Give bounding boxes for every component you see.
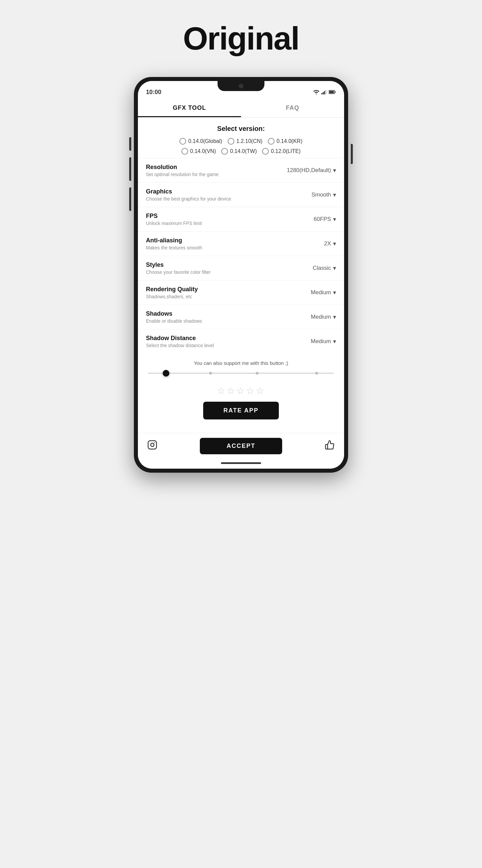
phone-frame: 10:00 bbox=[134, 77, 348, 473]
setting-value-shadows[interactable]: Medium ▾ bbox=[311, 313, 336, 321]
volume-up-button bbox=[129, 157, 131, 181]
setting-row-rendering-quality: Rendering Quality Shadows,shaders, etc M… bbox=[138, 280, 344, 305]
setting-left-rendering-quality: Rendering Quality Shadows,shaders, etc bbox=[146, 286, 311, 299]
setting-left-graphics: Graphics Choose the best graphics for yo… bbox=[146, 188, 311, 202]
version-label-lite: 0.12.0(LITE) bbox=[271, 148, 300, 154]
rendering-quality-value: Medium bbox=[311, 289, 331, 296]
version-option-tw[interactable]: 0.14.0(TW) bbox=[221, 148, 257, 155]
tab-gfx-tool[interactable]: GFX TOOL bbox=[138, 98, 241, 117]
version-option-global[interactable]: 0.14.0(Global) bbox=[180, 138, 222, 145]
chevron-down-icon: ▾ bbox=[333, 338, 336, 345]
shadows-value: Medium bbox=[311, 314, 331, 320]
svg-rect-1 bbox=[323, 92, 324, 94]
setting-left-fps: FPS Unlock maximum FPS limit bbox=[146, 213, 314, 226]
setting-value-graphics[interactable]: Smooth ▾ bbox=[311, 191, 336, 198]
mute-button bbox=[129, 137, 131, 151]
version-option-cn[interactable]: 1.2.10(CN) bbox=[228, 138, 262, 145]
version-label-tw: 0.14.0(TW) bbox=[230, 148, 257, 154]
setting-desc-rendering-quality: Shadows,shaders, etc bbox=[146, 294, 311, 299]
setting-desc-fps: Unlock maximum FPS limit bbox=[146, 221, 314, 226]
radio-tw[interactable] bbox=[221, 148, 228, 155]
setting-row-shadow-distance: Shadow Distance Select the shadow distan… bbox=[138, 329, 344, 353]
setting-desc-styles: Choose your favorite color filter bbox=[146, 270, 313, 275]
version-option-lite[interactable]: 0.12.0(LITE) bbox=[262, 148, 300, 155]
version-option-kr[interactable]: 0.14.0(KR) bbox=[268, 138, 302, 145]
version-row-2: 0.14.0(VN) 0.14.0(TW) 0.12.0(LITE) bbox=[138, 148, 344, 155]
main-content: Select version: 0.14.0(Global) 1.2.10(CN… bbox=[138, 118, 344, 433]
setting-left-styles: Styles Choose your favorite color filter bbox=[146, 261, 313, 275]
status-time: 10:00 bbox=[146, 89, 161, 96]
home-bar bbox=[221, 462, 261, 464]
power-button bbox=[351, 144, 353, 164]
chevron-down-icon: ▾ bbox=[333, 313, 336, 321]
radio-cn[interactable] bbox=[228, 138, 234, 145]
setting-label-resolution: Resolution bbox=[146, 164, 287, 171]
accept-button[interactable]: ACCEPT bbox=[200, 438, 282, 454]
slider-dot-1 bbox=[209, 372, 212, 375]
setting-value-fps[interactable]: 60FPS ▾ bbox=[314, 216, 336, 223]
setting-value-styles[interactable]: Classic ▾ bbox=[313, 265, 336, 272]
version-label-global: 0.14.0(Global) bbox=[188, 138, 222, 144]
setting-value-rendering-quality[interactable]: Medium ▾ bbox=[311, 289, 336, 296]
setting-left-resolution: Resolution Set optimal resolution for th… bbox=[146, 164, 287, 177]
notch bbox=[218, 81, 264, 91]
setting-label-shadow-distance: Shadow Distance bbox=[146, 335, 311, 342]
version-option-vn[interactable]: 0.14.0(VN) bbox=[182, 148, 216, 155]
chevron-down-icon: ▾ bbox=[333, 167, 336, 174]
slider-dot-3 bbox=[315, 372, 318, 375]
status-bar: 10:00 bbox=[138, 81, 344, 98]
setting-row-styles: Styles Choose your favorite color filter… bbox=[138, 256, 344, 280]
chevron-down-icon: ▾ bbox=[333, 240, 336, 247]
setting-row-resolution: Resolution Set optimal resolution for th… bbox=[138, 158, 344, 182]
tab-faq[interactable]: FAQ bbox=[241, 98, 344, 117]
setting-row-fps: FPS Unlock maximum FPS limit 60FPS ▾ bbox=[138, 207, 344, 231]
version-label-kr: 0.14.0(KR) bbox=[277, 138, 302, 144]
setting-left-shadow-distance: Shadow Distance Select the shadow distan… bbox=[146, 335, 311, 348]
graphics-value: Smooth bbox=[311, 191, 331, 198]
page-title: Original bbox=[183, 20, 299, 57]
setting-desc-resolution: Set optimal resolution for the game bbox=[146, 172, 287, 177]
setting-row-graphics: Graphics Choose the best graphics for yo… bbox=[138, 182, 344, 207]
instagram-icon[interactable] bbox=[147, 440, 157, 452]
stars-rating[interactable]: ☆☆☆☆☆ bbox=[138, 383, 344, 402]
status-icons bbox=[313, 90, 336, 94]
chevron-down-icon: ▾ bbox=[333, 191, 336, 198]
svg-rect-3 bbox=[325, 90, 326, 94]
setting-label-anti-aliasing: Anti-aliasing bbox=[146, 237, 324, 244]
setting-label-fps: FPS bbox=[146, 213, 314, 220]
support-text: You can also support me with this button… bbox=[138, 353, 344, 369]
radio-global[interactable] bbox=[180, 138, 186, 145]
setting-row-anti-aliasing: Anti-aliasing Makes the textures smooth … bbox=[138, 231, 344, 256]
slider-track bbox=[148, 373, 334, 374]
setting-value-resolution[interactable]: 1280(HD,Default) ▾ bbox=[287, 167, 336, 174]
camera bbox=[239, 84, 243, 88]
anti-aliasing-value: 2X bbox=[324, 240, 331, 247]
shadow-distance-value: Medium bbox=[311, 338, 331, 345]
chevron-down-icon: ▾ bbox=[333, 216, 336, 223]
rate-app-button[interactable]: RATE APP bbox=[203, 402, 279, 420]
support-slider[interactable] bbox=[138, 373, 344, 383]
styles-value: Classic bbox=[313, 265, 331, 272]
radio-vn[interactable] bbox=[182, 148, 188, 155]
setting-label-styles: Styles bbox=[146, 261, 313, 269]
svg-rect-0 bbox=[321, 93, 322, 94]
radio-kr[interactable] bbox=[268, 138, 275, 145]
setting-left-anti-aliasing: Anti-aliasing Makes the textures smooth bbox=[146, 237, 324, 250]
version-label-cn: 1.2.10(CN) bbox=[236, 138, 262, 144]
slider-thumb bbox=[163, 370, 169, 377]
signal-icon bbox=[321, 90, 327, 94]
tabs: GFX TOOL FAQ bbox=[138, 98, 344, 118]
radio-lite[interactable] bbox=[262, 148, 269, 155]
home-indicator bbox=[138, 459, 344, 469]
svg-rect-6 bbox=[329, 91, 334, 93]
bottom-bar: ACCEPT bbox=[138, 433, 344, 459]
setting-label-rendering-quality: Rendering Quality bbox=[146, 286, 311, 293]
setting-label-graphics: Graphics bbox=[146, 188, 311, 195]
slider-dot-2 bbox=[256, 372, 258, 375]
phone-screen: 10:00 bbox=[138, 81, 344, 469]
volume-down-button bbox=[129, 187, 131, 211]
setting-desc-shadows: Enable or disable shadows bbox=[146, 318, 311, 324]
thumbs-up-icon[interactable] bbox=[325, 440, 335, 452]
setting-value-anti-aliasing[interactable]: 2X ▾ bbox=[324, 240, 336, 247]
setting-value-shadow-distance[interactable]: Medium ▾ bbox=[311, 338, 336, 345]
